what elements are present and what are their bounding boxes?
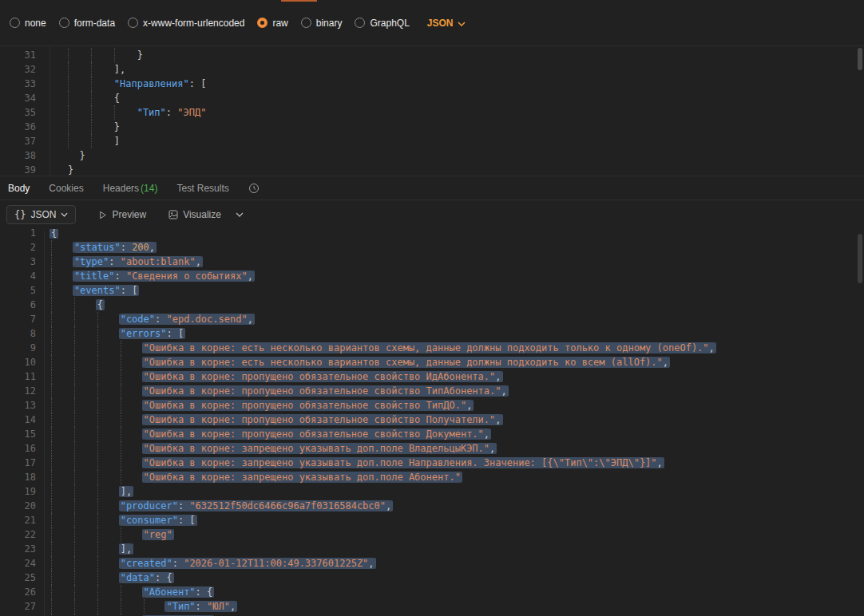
indent-guide [97, 355, 121, 369]
code-text: } [68, 164, 73, 176]
response-format-label: JSON [30, 209, 56, 220]
indent-guide [68, 77, 91, 91]
response-tabs: Body Cookies Headers(14) Test Results [0, 176, 864, 200]
indent-guide [51, 312, 74, 326]
indent-guide [91, 120, 114, 134]
radio-none[interactable]: none [10, 18, 46, 29]
indent-guide [121, 341, 144, 355]
code-line-7: 7"code": "epd.doc.send", [0, 312, 864, 326]
code-line-19: 19], [0, 484, 864, 499]
tab-body[interactable]: Body [8, 183, 30, 194]
radio-label: none [25, 18, 46, 29]
code-text: "events": [ [74, 285, 137, 296]
indent-guide [51, 255, 74, 269]
code-line-17: 17"Ошибка в корне: запрещено указывать д… [0, 456, 864, 470]
response-format-dropdown[interactable]: {} JSON [6, 205, 76, 224]
indent-guide [121, 355, 144, 369]
indent-guide [51, 269, 74, 283]
indent-guide [97, 599, 121, 614]
line-number: 26 [0, 585, 36, 599]
indent-guide [74, 585, 97, 599]
code-line-9: 9"Ошибка в корне: есть несколько вариант… [0, 341, 864, 355]
radio-form-data[interactable]: form-data [59, 18, 115, 29]
radio-label: GraphQL [370, 18, 409, 29]
code-text: ], [121, 486, 132, 497]
line-number: 34 [0, 91, 36, 105]
indent-guide [97, 499, 121, 513]
play-icon [98, 211, 107, 219]
line-number: 6 [0, 298, 36, 312]
radio-graphql[interactable]: GraphQL [355, 18, 409, 29]
indent-guide [74, 513, 97, 527]
body-type-bar: none form-data x-www-form-urlencoded raw… [0, 0, 864, 46]
code-text: "producer": "632512f50dc6466c96a7f031658… [121, 500, 392, 511]
indent-guide [121, 384, 144, 398]
indent-guide [91, 48, 114, 62]
response-code-lines: 1{2"status": 200,3"type": "about:blank",… [0, 229, 864, 616]
indent-guide [91, 134, 114, 148]
tab-cookies[interactable]: Cookies [49, 183, 83, 194]
radio-x-www-form-urlencoded[interactable]: x-www-form-urlencoded [128, 18, 244, 29]
indent-guide [74, 556, 97, 571]
indent-guide [74, 599, 97, 614]
code-line-21: 21"consumer": [ [0, 513, 864, 527]
tab-test-results[interactable]: Test Results [176, 183, 228, 194]
radio-raw[interactable]: raw [257, 18, 287, 29]
code-line-3: 3"type": "about:blank", [0, 255, 864, 269]
indent-guide [97, 542, 121, 556]
indent-guide [114, 48, 137, 62]
indent-guide [97, 413, 121, 427]
tab-headers[interactable]: Headers(14) [103, 183, 158, 194]
code-line-24: 24"created": "2026-01-12T11:00:49.337601… [0, 556, 864, 571]
code-text: "Ошибка в корне: есть несколько варианто… [144, 357, 668, 368]
code-text: "status": 200, [74, 242, 155, 253]
indent-guide [97, 398, 121, 413]
radio-label: binary [316, 18, 343, 29]
scrollbar-thumb[interactable] [858, 234, 862, 283]
indent-guide [74, 441, 97, 456]
response-body-editor[interactable]: 1{2"status": 200,3"type": "about:blank",… [0, 229, 864, 616]
code-text: "Ошибка в корне: пропущено обязательное … [144, 385, 507, 397]
indent-guide [74, 341, 97, 355]
code-text: "Ошибка в корне: запрещено указывать доп… [144, 443, 496, 454]
line-number: 18 [0, 470, 36, 484]
line-number: 10 [0, 355, 36, 369]
code-text: } [137, 49, 143, 61]
code-line-1: 1{ [0, 229, 864, 240]
code-text: } [79, 150, 85, 161]
code-line-37: 37] [0, 134, 864, 148]
indent-guide [51, 326, 74, 341]
indent-guide [97, 312, 121, 326]
code-line-32: 32], [0, 62, 864, 77]
code-line-27: 27"Тип": "ЮЛ", [0, 599, 864, 614]
postman-body-panel: { "colors": { "background": "#212121", "… [0, 0, 864, 616]
radio-binary[interactable]: binary [301, 18, 343, 29]
indent-guide [51, 585, 74, 599]
indent-guide [68, 62, 91, 77]
preview-button[interactable]: Preview [98, 209, 146, 220]
request-body-editor[interactable]: 31}32],33"Направления": [34{35"Тип": "ЭП… [0, 46, 864, 176]
visualize-button[interactable]: Visualize [168, 209, 221, 220]
code-text: ], [114, 64, 125, 75]
indent-guide [121, 456, 144, 470]
indent-guide [74, 527, 97, 542]
indent-guide [91, 77, 114, 91]
visualize-dropdown-button[interactable] [236, 212, 244, 217]
indent-guide [91, 62, 114, 77]
line-number: 19 [0, 484, 36, 499]
indent-guide [51, 298, 74, 312]
code-text: "Абонент": { [144, 586, 213, 598]
image-icon [168, 210, 178, 219]
line-number: 20 [0, 499, 36, 513]
visualize-label: Visualize [183, 209, 221, 220]
indent-guide [97, 341, 121, 355]
line-number: 39 [0, 163, 36, 176]
code-line-11: 11"Ошибка в корне: пропущено обязательно… [0, 369, 864, 384]
language-selector[interactable]: JSON [427, 18, 466, 29]
line-number: 32 [0, 62, 36, 77]
request-code-lines: 31}32],33"Направления": [34{35"Тип": "ЭП… [0, 46, 864, 176]
scrollbar-thumb[interactable] [858, 48, 862, 70]
history-button[interactable] [248, 183, 260, 194]
line-number: 21 [0, 513, 36, 527]
code-text: "data": { [121, 572, 172, 583]
